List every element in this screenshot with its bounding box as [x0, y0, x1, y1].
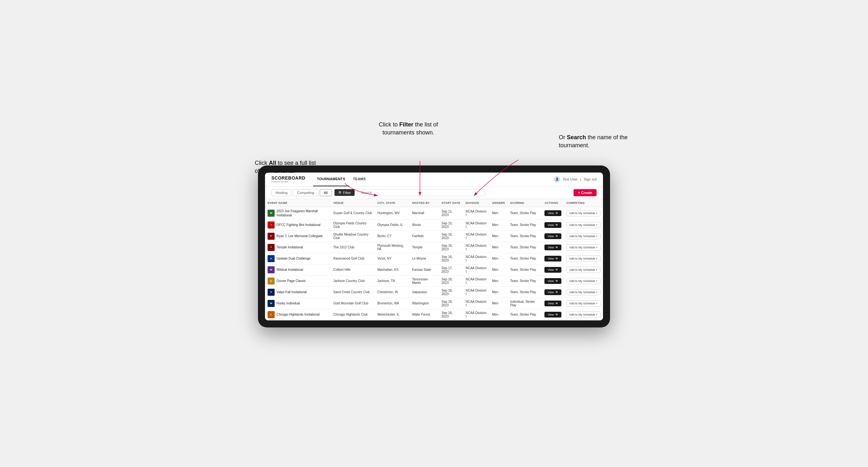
scoring-cell-6: Team, Stroke Play	[507, 275, 542, 286]
division-cell-2: NCAA Division I	[463, 230, 490, 242]
start-date-cell-0: Sep 11, 2023	[439, 207, 463, 219]
city-state-cell-7: Chesterton, IN	[375, 286, 410, 298]
city-state-cell-5: Manhattan, KS	[375, 264, 410, 275]
view-label-7: View	[548, 291, 554, 294]
event-name-2: Ryan T. Lee Memorial Collegiate	[277, 234, 322, 238]
view-button-1[interactable]: View 👁	[545, 222, 561, 228]
header-right: 👤 Test User | Sign out	[554, 176, 597, 182]
event-name-cell-8: W Husky Individual	[265, 298, 331, 309]
city-state-cell-8: Bremerton, WA	[375, 298, 410, 309]
hosted-by-cell-3: Temple	[409, 242, 439, 253]
hosted-by-cell-7: Valparaiso	[409, 286, 439, 298]
col-event-name: EVENT NAME	[265, 199, 331, 207]
view-label-1: View	[548, 223, 554, 227]
view-button-7[interactable]: View 👁	[545, 289, 561, 295]
scoring-cell-8: Individual, Stroke Play	[507, 298, 542, 309]
user-label: Test User	[563, 177, 578, 181]
start-date-cell-7: Sep 18, 2023	[439, 286, 463, 298]
event-name-4: Upstate Dual Challenge	[277, 256, 310, 260]
division-cell-6: NCAA Division I	[463, 275, 490, 286]
view-button-0[interactable]: View 👁	[545, 210, 561, 216]
table-row: U Upstate Dual Challenge Ravenwood Golf …	[265, 253, 603, 264]
view-button-9[interactable]: View 👁	[545, 312, 561, 317]
city-state-cell-1: Olympia Fields, IL	[375, 219, 410, 230]
city-state-cell-6: Jackson, TN	[375, 275, 410, 286]
add-schedule-button-7[interactable]: Add to My Schedule +	[566, 289, 600, 295]
actions-cell-3: View 👁	[542, 242, 564, 253]
all-button[interactable]: All	[320, 189, 332, 196]
hosted-by-cell-0: Marshall	[409, 207, 439, 219]
start-date-cell-6: Sep 18, 2023	[439, 275, 463, 286]
scoring-cell-0: Team, Stroke Play	[507, 207, 542, 219]
hosting-button[interactable]: Hosting	[271, 189, 291, 196]
toolbar: Hosting Competing All ⚙ Filter + Create	[265, 187, 603, 199]
table-row: F Ryan T. Lee Memorial Collegiate Shuttl…	[265, 230, 603, 242]
col-scoring: SCORING	[507, 199, 542, 207]
view-button-6[interactable]: View 👁	[545, 278, 561, 284]
start-date-cell-2: Sep 16, 2023	[439, 230, 463, 242]
venue-cell-3: The 1912 Club	[331, 242, 375, 253]
col-competing: COMPETING	[564, 199, 603, 207]
view-button-2[interactable]: View 👁	[545, 234, 561, 239]
hosted-by-cell-9: Wake Forest	[409, 309, 439, 320]
city-state-cell-4: Victor, NY	[375, 253, 410, 264]
add-schedule-button-1[interactable]: Add to My Schedule +	[566, 222, 600, 228]
division-cell-7: NCAA Division I	[463, 286, 490, 298]
actions-cell-2: View 👁	[542, 230, 564, 242]
annotation-topright: Or Search the name of the tournament.	[559, 133, 629, 150]
gender-cell-2: Men	[490, 230, 507, 242]
user-avatar: 👤	[554, 176, 560, 182]
start-date-cell-9: Sep 18, 2023	[439, 309, 463, 320]
view-button-8[interactable]: View 👁	[545, 301, 561, 306]
add-schedule-button-6[interactable]: Add to My Schedule +	[566, 278, 600, 284]
competing-cell-5: Add to My Schedule +	[564, 264, 603, 275]
nav-tab-teams[interactable]: TEAMS	[349, 173, 370, 187]
view-button-3[interactable]: View 👁	[545, 245, 561, 250]
venue-cell-7: Sand Creek Country Club	[331, 286, 375, 298]
competing-cell-6: Add to My Schedule +	[564, 275, 603, 286]
view-label-0: View	[548, 212, 554, 215]
scoring-cell-9: Team, Stroke Play	[507, 309, 542, 320]
hosted-by-cell-4: Le Moyne	[409, 253, 439, 264]
hosted-by-cell-6: Tennessee-Martin	[409, 275, 439, 286]
filter-button[interactable]: ⚙ Filter	[335, 189, 354, 196]
division-cell-9: NCAA Division I	[463, 309, 490, 320]
gender-cell-9: Men	[490, 309, 507, 320]
scoring-cell-5: Team, Stroke Play	[507, 264, 542, 275]
view-label-6: View	[548, 279, 554, 283]
start-date-cell-8: Sep 18, 2023	[439, 298, 463, 309]
add-schedule-button-2[interactable]: Add to My Schedule +	[566, 233, 600, 240]
nav-tabs: TOURNAMENTS TEAMS	[313, 173, 546, 187]
gender-cell-5: Men	[490, 264, 507, 275]
division-cell-1: NCAA Division I	[463, 219, 490, 230]
team-logo-1: I	[268, 221, 275, 228]
view-button-5[interactable]: View 👁	[545, 267, 561, 273]
add-schedule-button-9[interactable]: Add to My Schedule +	[566, 311, 600, 318]
tournaments-table: EVENT NAME VENUE CITY, STATE HOSTED BY S…	[265, 199, 603, 320]
table-row: I OFCC Fighting Illini Invitational Olym…	[265, 219, 603, 230]
signout-link[interactable]: Sign out	[584, 177, 597, 181]
add-schedule-button-5[interactable]: Add to My Schedule +	[566, 267, 600, 273]
create-button[interactable]: + Create	[574, 189, 597, 196]
eye-icon-3: 👁	[555, 246, 558, 249]
event-name-cell-0: M 2023 Joe Feaganes Marshall Invitationa…	[265, 207, 331, 219]
hosted-by-cell-8: Washington	[409, 298, 439, 309]
add-schedule-button-8[interactable]: Add to My Schedule +	[566, 300, 600, 307]
venue-cell-4: Ravenwood Golf Club	[331, 253, 375, 264]
view-button-4[interactable]: View 👁	[545, 256, 561, 261]
gender-cell-4: Men	[490, 253, 507, 264]
add-schedule-button-0[interactable]: Add to My Schedule +	[566, 210, 600, 216]
city-state-cell-0: Huntington, WV	[375, 207, 410, 219]
competing-button[interactable]: Competing	[293, 189, 318, 196]
add-schedule-button-4[interactable]: Add to My Schedule +	[566, 255, 600, 262]
add-schedule-button-3[interactable]: Add to My Schedule +	[566, 244, 600, 251]
competing-cell-2: Add to My Schedule +	[564, 230, 603, 242]
team-logo-3: T	[268, 244, 275, 251]
gender-cell-6: Men	[490, 275, 507, 286]
team-logo-0: M	[268, 210, 275, 217]
search-input[interactable]	[357, 189, 485, 196]
table-body: M 2023 Joe Feaganes Marshall Invitationa…	[265, 207, 603, 320]
event-name-8: Husky Individual	[277, 301, 300, 305]
competing-cell-7: Add to My Schedule +	[564, 286, 603, 298]
team-logo-9: C	[268, 311, 275, 318]
